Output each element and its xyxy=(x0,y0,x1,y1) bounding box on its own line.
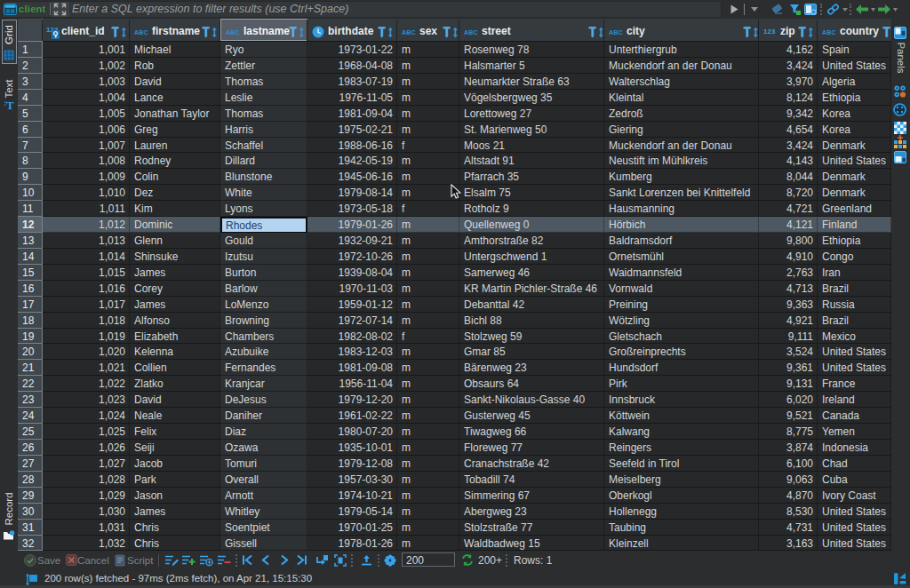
svg-text:T: T xyxy=(6,99,14,111)
